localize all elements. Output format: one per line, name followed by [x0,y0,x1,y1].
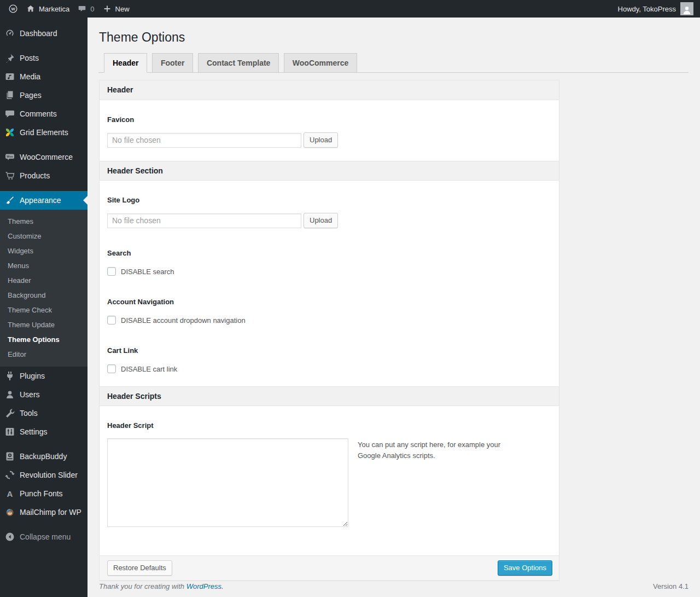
search-label: Search [107,249,551,257]
sidebar-item-label: WooCommerce [20,153,73,161]
main-content: Theme Options Header Footer Contact Temp… [88,18,700,597]
submenu-item-editor[interactable]: Editor [0,347,88,362]
tab-header[interactable]: Header [104,53,147,73]
wordpress-logo-icon: W [8,4,18,14]
site-logo-label: Site Logo [107,196,551,204]
disable-cart-link-label: DISABLE cart link [121,365,177,373]
sidebar-item-grid-elements[interactable]: Grid Elements [0,123,88,142]
tab-contact-template[interactable]: Contact Template [198,53,279,73]
site-name: Marketica [39,5,69,13]
sidebar-item-revolution-slider[interactable]: Revolution Slider [0,466,88,484]
sidebar-item-posts[interactable]: Posts [0,49,88,67]
disable-search-label: DISABLE search [121,268,174,276]
sidebar-item-label: Revolution Slider [20,471,78,479]
tab-footer[interactable]: Footer [152,53,194,73]
submenu-item-menus[interactable]: Menus [0,258,88,273]
svg-text:W: W [11,7,15,11]
sidebar-item-appearance[interactable]: Appearance [0,191,88,210]
backupbuddy-icon [4,451,15,462]
sidebar-item-label: Posts [20,54,39,62]
account-navigation-field: Account Navigation DISABLE account dropd… [107,298,551,324]
collapse-menu-label: Collapse menu [20,532,71,541]
sidebar-item-backupbuddy[interactable]: BackupBuddy [0,447,88,466]
disable-account-nav-checkbox[interactable] [107,316,116,324]
disable-account-nav-label: DISABLE account dropdown navigation [121,316,246,324]
sidebar-item-label: Media [20,72,40,81]
pin-icon [4,53,15,63]
submenu-item-customize[interactable]: Customize [0,229,88,244]
person-icon [681,4,692,15]
site-logo-field: Site Logo Upload [107,196,551,228]
sidebar-item-label: Punch Fonts [20,489,63,498]
howdy-account-link[interactable]: Howdy, TokoPress [618,5,676,13]
sidebar-item-label: Pages [20,91,42,100]
admin-footer: Thank you for creating with WordPress. V… [99,582,689,590]
sidebar-item-label: Dashboard [20,29,57,38]
submenu-item-themes[interactable]: Themes [0,214,88,229]
site-link[interactable]: Marketica [22,0,73,18]
avatar[interactable] [680,2,693,15]
submenu-item-theme-update[interactable]: Theme Update [0,317,88,332]
header-script-textarea[interactable] [107,438,348,527]
favicon-upload-button[interactable]: Upload [304,132,338,148]
wordpress-logo-button[interactable]: W [4,0,22,18]
sidebar-item-label: Users [20,390,40,399]
wordpress-link[interactable]: WordPress. [186,582,224,590]
dashboard-icon [4,28,15,39]
site-logo-file-input[interactable] [107,213,301,228]
sidebar-item-mailchimp[interactable]: MailChimp for WP [0,503,88,521]
section-header-header-scripts: Header Scripts [100,386,559,406]
favicon-file-input[interactable] [107,133,301,148]
search-field: Search DISABLE search [107,249,551,276]
new-content-button[interactable]: New [98,0,133,18]
submenu-item-theme-options[interactable]: Theme Options [0,332,88,347]
submenu-item-background[interactable]: Background [0,288,88,303]
pages-icon [4,90,15,101]
submenu-item-theme-check[interactable]: Theme Check [0,303,88,317]
disable-cart-link-checkbox[interactable] [107,364,116,373]
sidebar-item-settings[interactable]: Settings [0,422,88,441]
sidebar-item-media[interactable]: Media [0,67,88,86]
admin-bar: W Marketica 0 New Howdy, TokoPress [0,0,700,18]
disable-search-checkbox[interactable] [107,267,116,276]
submenu-item-widgets[interactable]: Widgets [0,244,88,258]
cart-icon [4,170,15,181]
collapse-menu-button[interactable]: Collapse menu [0,528,88,546]
sidebar-item-punch-fonts[interactable]: A Punch Fonts [0,484,88,503]
section-header-header-section: Header Section [100,161,559,181]
sidebar-item-label: Appearance [20,196,61,205]
sidebar-item-pages[interactable]: Pages [0,86,88,105]
sidebar-item-label: Settings [20,427,48,436]
footer-thanks: Thank you for creating with WordPress. [99,582,224,590]
cart-link-field: Cart Link DISABLE cart link [107,346,551,373]
new-label: New [115,5,130,13]
tab-woocommerce[interactable]: WooCommerce [284,53,357,73]
sidebar-item-users[interactable]: Users [0,385,88,404]
site-logo-upload-button[interactable]: Upload [304,213,338,228]
sidebar-item-comments[interactable]: Comments [0,105,88,123]
sidebar-item-label: MailChimp for WP [20,508,81,517]
theme-options-panel: Header Favicon Upload Header Section Sit… [99,80,559,581]
favicon-label: Favicon [107,115,551,124]
sidebar-item-label: Comments [20,109,57,118]
collapse-arrow-icon [4,531,15,542]
comments-shortcut[interactable]: 0 [73,0,98,18]
sidebar-item-tools[interactable]: Tools [0,404,88,422]
sidebar-item-products[interactable]: Products [0,166,88,185]
sidebar-item-woocommerce[interactable]: Woo WooCommerce [0,148,88,166]
woocommerce-icon: Woo [4,152,15,163]
sidebar-item-plugins[interactable]: Plugins [0,367,88,385]
letter-a-icon: A [4,488,15,499]
svg-text:Woo: Woo [7,155,13,158]
header-script-label: Header Script [107,421,551,430]
active-menu-arrow [79,196,88,205]
sidebar-item-dashboard[interactable]: Dashboard [0,24,88,43]
panel-footer: Restore Defaults Save Options [100,555,559,580]
footer-version: Version 4.1 [653,582,689,590]
header-script-field: Header Script You can put any script her… [107,421,551,527]
media-icon [4,71,15,82]
submenu-item-header[interactable]: Header [0,273,88,288]
header-script-help-text: You can put any script here, for example… [358,438,522,461]
restore-defaults-button[interactable]: Restore Defaults [107,560,172,576]
save-options-button[interactable]: Save Options [498,560,552,576]
